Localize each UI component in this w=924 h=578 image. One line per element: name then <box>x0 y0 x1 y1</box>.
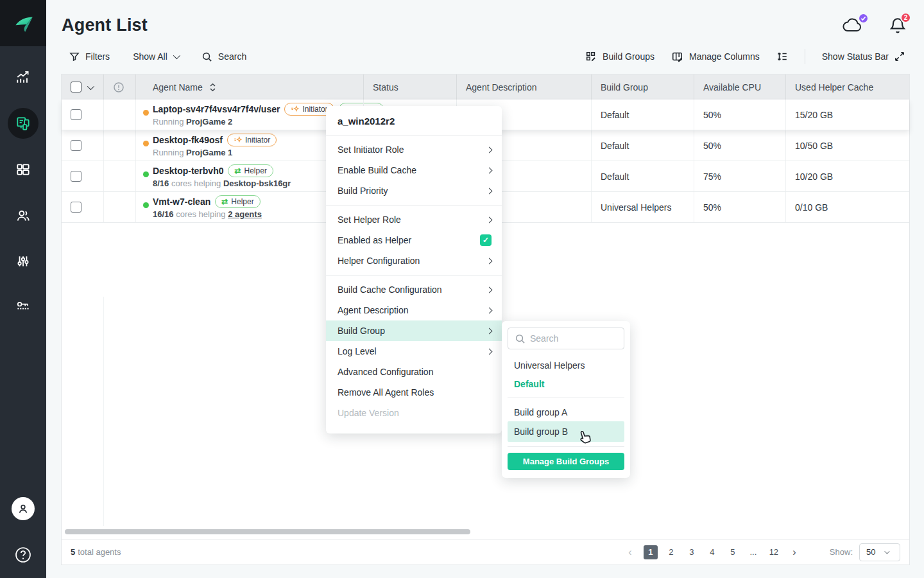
row-checkbox[interactable] <box>71 109 81 120</box>
agent-name: Laptop-sv4r7f4vsv4r7f4v/user <box>153 104 280 114</box>
app-logo[interactable] <box>0 0 46 46</box>
row-density-icon <box>776 51 788 62</box>
search-icon <box>201 51 212 62</box>
prev-page-button[interactable]: ‹ <box>623 545 637 559</box>
menu-item-build-group[interactable]: Build Group <box>326 320 502 341</box>
show-all-dropdown[interactable]: Show All <box>133 51 178 62</box>
menu-item-update-version: Update Version <box>326 403 502 423</box>
helper-badge: ⇄ Helper <box>215 195 260 208</box>
search-icon <box>515 333 526 344</box>
chevron-right-icon <box>486 216 493 223</box>
agent-context-menu: a_win2012r2 Set Initiator Role Enable Bu… <box>326 106 502 434</box>
search-input[interactable] <box>530 328 620 349</box>
row-checkbox[interactable] <box>71 140 81 151</box>
status-dot <box>143 141 149 146</box>
swap-arrows-icon: ⇄ <box>221 197 228 206</box>
filters-button[interactable]: Filters <box>69 51 110 62</box>
chevron-down-icon <box>173 52 180 59</box>
row-checkbox[interactable] <box>71 202 81 213</box>
select-all-checkbox[interactable] <box>71 82 81 92</box>
used-helper-cache-cell: 10/20 GB <box>785 161 924 191</box>
build-groups-icon <box>585 51 597 62</box>
sidebar-item-license[interactable] <box>0 289 46 325</box>
search-label: Search <box>218 51 246 62</box>
manage-columns-label: Manage Columns <box>689 51 760 62</box>
checked-checkbox-icon[interactable]: ✓ <box>480 234 492 246</box>
column-header-available-cpu: Available CPU <box>694 74 785 100</box>
sidebar-item-settings[interactable] <box>0 244 46 280</box>
page-size-select[interactable]: 50 <box>859 543 900 561</box>
menu-item-build-priority[interactable]: Build Priority <box>326 180 502 201</box>
build-groups-label: Build Groups <box>603 51 654 62</box>
page-button-12[interactable]: 12 <box>767 545 781 559</box>
alert-column-icon <box>113 82 124 93</box>
sidebar-item-dashboard[interactable] <box>0 59 46 95</box>
sliders-icon <box>15 254 31 270</box>
show-status-bar-button[interactable]: Show Status Bar <box>822 51 905 62</box>
submenu-item-build-group-a[interactable]: Build group A <box>508 403 624 421</box>
submenu-item-universal-helpers[interactable]: Universal Helpers <box>508 356 624 374</box>
notification-count-badge: 2 <box>900 12 911 23</box>
menu-item-enabled-as-helper[interactable]: Enabled as Helper✓ <box>326 230 502 250</box>
sidebar-item-users[interactable] <box>0 198 46 234</box>
menu-item-set-initiator-role[interactable]: Set Initiator Role <box>326 139 502 160</box>
column-header-status: Status <box>363 74 456 100</box>
menu-item-log-level[interactable]: Log Level <box>326 341 502 362</box>
filters-label: Filters <box>85 51 110 62</box>
column-header-agent-name[interactable]: Agent Name <box>135 74 363 100</box>
avatar-icon <box>12 497 35 520</box>
sidebar-item-agents[interactable] <box>0 105 46 141</box>
sidebar-item-builds[interactable] <box>0 152 46 188</box>
page-button-5[interactable]: 5 <box>726 545 740 559</box>
page-button-1[interactable]: 1 <box>644 545 658 559</box>
agent-name: Desktop-fk49osf <box>153 135 223 145</box>
sort-icon[interactable] <box>209 83 216 92</box>
column-header-agent-description: Agent Description <box>456 74 591 100</box>
available-cpu-cell: 50% <box>694 130 785 161</box>
used-helper-cache-cell: 10/50 GB <box>785 130 924 161</box>
submenu-search <box>508 328 624 349</box>
table-footer: 5total agents ‹ 1 2 3 4 5 ... 12 › Show:… <box>61 539 910 565</box>
manage-build-groups-button[interactable]: Manage Build Groups <box>508 453 624 470</box>
menu-item-advanced-configuration[interactable]: Advanced Configuration <box>326 362 502 382</box>
helped-agents-link[interactable]: 2 agents <box>228 209 262 219</box>
swap-arrows-icon: ⇄ <box>234 166 241 175</box>
menu-item-agent-description[interactable]: Agent Description <box>326 300 502 320</box>
chevron-right-icon <box>486 307 493 313</box>
chevron-right-icon <box>486 258 493 264</box>
status-dot <box>143 110 149 116</box>
menu-item-remove-all-agent-roles[interactable]: Remove All Agent Roles <box>326 382 502 403</box>
available-cpu-cell: 50% <box>694 100 785 130</box>
row-checkbox[interactable] <box>71 171 81 182</box>
page-button-3[interactable]: 3 <box>685 545 699 559</box>
menu-item-helper-configuration[interactable]: Helper Configuration <box>326 250 502 271</box>
select-menu-chevron-icon[interactable] <box>87 82 94 89</box>
sidebar-item-help[interactable] <box>0 537 46 573</box>
filter-icon <box>69 51 80 62</box>
menu-item-build-cache-configuration[interactable]: Build Cache Configuration <box>326 279 502 300</box>
cloud-status-button[interactable] <box>842 17 864 34</box>
chevron-down-icon <box>885 548 890 554</box>
key-icon <box>14 298 32 316</box>
notifications-button[interactable]: 2 <box>889 17 906 35</box>
sidebar <box>0 0 46 578</box>
build-groups-button[interactable]: Build Groups <box>585 51 654 62</box>
sidebar-item-account[interactable] <box>0 491 46 527</box>
status-dot <box>143 171 149 177</box>
manage-columns-button[interactable]: Manage Columns <box>671 51 760 62</box>
total-agents-label: 5total agents <box>71 547 121 557</box>
chevron-right-icon <box>486 188 493 194</box>
initiator-badge: Initiator <box>227 134 277 146</box>
page-button-4[interactable]: 4 <box>705 545 719 559</box>
menu-item-set-helper-role[interactable]: Set Helper Role <box>326 209 502 230</box>
build-group-cell: Default <box>591 161 694 191</box>
page-button-2[interactable]: 2 <box>664 545 678 559</box>
submenu-item-build-group-b[interactable]: Build group B <box>508 421 624 442</box>
menu-item-enable-build-cache[interactable]: Enable Build Cache <box>326 160 502 180</box>
page-ellipsis: ... <box>746 545 760 559</box>
horizontal-scrollbar[interactable] <box>65 529 470 534</box>
row-density-button[interactable] <box>776 51 788 62</box>
next-page-button[interactable]: › <box>787 545 801 559</box>
search-button[interactable]: Search <box>201 51 246 62</box>
submenu-item-default[interactable]: Default <box>508 374 624 393</box>
